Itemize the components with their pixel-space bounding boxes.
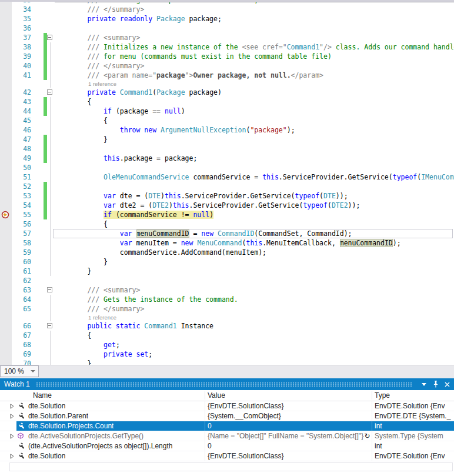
code-text[interactable]: var dte2 = (DTE2)this.ServiceProvider.Ge… [55, 201, 360, 210]
watch-name-cell[interactable]: (dte.ActiveSolutionProjects as object[])… [0, 441, 205, 451]
code-text[interactable]: /// Initializes a new instance of the <s… [55, 42, 454, 52]
watch-column-headers[interactable]: Name Value Type [0, 390, 454, 401]
refresh-icon[interactable]: ↻ [364, 432, 370, 440]
code-line[interactable]: 41 /// <param name="package">Owner packa… [0, 71, 454, 80]
code-text[interactable]: get; [55, 340, 120, 349]
pin-icon[interactable] [430, 380, 440, 389]
code-text[interactable]: { [55, 331, 91, 340]
code-line[interactable]: 69 private set; [0, 349, 454, 359]
code-text[interactable]: /// <summary> [55, 285, 140, 295]
expander-icon[interactable] [10, 404, 14, 409]
code-line[interactable]: 63 /// <summary> [0, 285, 454, 295]
codelens-references[interactable]: 1 reference [88, 80, 116, 88]
code-text[interactable]: this.package = package; [55, 154, 197, 163]
watch-value-cell[interactable]: {EnvDTE.SolutionClass} [205, 451, 372, 461]
code-text[interactable]: var menuItem = new MenuCommand(this.Menu… [55, 238, 401, 248]
code-line[interactable]: 38 /// Initializes a new instance of the… [0, 42, 454, 52]
code-line[interactable]: 57 var menuCommandID = new CommandID(Com… [0, 229, 454, 238]
fold-collapse-icon[interactable] [47, 287, 52, 292]
code-line[interactable]: 49 this.package = package; [0, 154, 454, 163]
code-text[interactable]: /// <summary> [55, 33, 140, 42]
watch-name-cell[interactable]: dte.Solution.Parent [0, 411, 205, 421]
watch-title-bar[interactable]: Watch 1 [0, 378, 454, 390]
breakpoint-arrow-icon[interactable] [1, 211, 9, 219]
code-text[interactable]: } [55, 135, 108, 144]
code-line[interactable]: 42 private Command1(Package package) [0, 88, 454, 97]
watch-new-row[interactable] [9, 462, 453, 471]
code-line[interactable]: 53 var dte = (DTE)this.ServiceProvider.G… [0, 191, 454, 201]
code-text[interactable]: public static Command1 Instance [55, 321, 213, 331]
watch-row[interactable]: dte.Solution{EnvDTE.SolutionClass}EnvDTE… [0, 451, 454, 461]
watch-row[interactable]: dte.ActiveSolutionProjects.GetType(){Nam… [0, 431, 454, 441]
column-header-type[interactable]: Type [372, 391, 454, 400]
code-line[interactable]: 66 public static Command1 Instance [0, 321, 454, 331]
code-text[interactable]: { [55, 116, 108, 125]
code-line[interactable]: 48 [0, 144, 454, 154]
code-line[interactable]: 61 } [0, 267, 454, 276]
codelens-row[interactable]: 1 reference [0, 314, 454, 321]
code-line[interactable]: 67 { [0, 331, 454, 340]
column-header-name[interactable]: Name [0, 391, 205, 400]
code-line[interactable]: 54 var dte2 = (DTE2)this.ServiceProvider… [0, 201, 454, 210]
code-text[interactable]: } [55, 267, 91, 276]
code-text[interactable]: } [55, 359, 91, 365]
code-text[interactable]: { [55, 219, 108, 229]
code-text[interactable]: private set; [55, 349, 152, 359]
code-line[interactable]: 62 [0, 276, 454, 285]
watch-value-cell[interactable]: {System.__ComObject} [205, 411, 372, 421]
watch-name-cell[interactable]: dte.ActiveSolutionProjects.GetType() [0, 431, 205, 441]
code-text[interactable]: /// <param name="package">Owner package,… [55, 71, 323, 80]
code-line[interactable]: 46 throw new ArgumentNullException("pack… [0, 125, 454, 135]
code-text[interactable]: var menuCommandID = new CommandID(Comman… [55, 229, 352, 238]
code-text[interactable]: /// </summary> [55, 304, 144, 314]
code-text[interactable]: private Command1(Package package) [55, 88, 222, 97]
code-text[interactable]: commandService.AddCommand(menuItem); [55, 248, 266, 257]
chevron-down-icon[interactable] [31, 370, 35, 372]
code-line[interactable]: 43 { [0, 97, 454, 106]
code-line[interactable]: 47 } [0, 135, 454, 144]
code-lines[interactable]: 33 /// VS Package that provides this com… [0, 0, 454, 365]
code-line[interactable]: 64 /// Gets the instance of the command. [0, 295, 454, 304]
code-text[interactable]: } [55, 257, 108, 267]
code-line[interactable]: 39 /// for menu (commands must exist in … [0, 52, 454, 61]
code-editor[interactable]: 33 /// VS Package that provides this com… [0, 0, 454, 365]
code-line[interactable]: 37 /// <summary> [0, 33, 454, 42]
fold-collapse-icon[interactable] [47, 35, 52, 40]
code-text[interactable]: /// for menu (commands must exist in the… [55, 52, 332, 61]
codelens-row[interactable]: 1 reference [0, 80, 454, 88]
watch-name-cell[interactable]: dte.Solution [0, 451, 205, 461]
code-text[interactable]: OleMenuCommandService commandService = t… [55, 172, 454, 182]
code-text[interactable]: /// Gets the instance of the command. [55, 295, 238, 304]
breakpoint-indicator[interactable] [1, 211, 9, 219]
watch-value-cell[interactable]: 0 [205, 421, 372, 431]
expander-icon[interactable] [10, 434, 14, 439]
code-line[interactable]: 51 OleMenuCommandService commandService … [0, 172, 454, 182]
codelens-references[interactable]: 1 reference [88, 314, 116, 321]
code-line[interactable]: 34 /// </summary> [0, 5, 454, 14]
code-line[interactable]: 44 if (package == null) [0, 106, 454, 116]
code-text[interactable]: private readonly Package package; [55, 14, 222, 24]
code-line[interactable]: 56 { [0, 219, 454, 229]
expander-icon[interactable] [10, 454, 14, 459]
code-text[interactable]: if (commandService != null) [55, 210, 213, 219]
code-text[interactable]: /// </summary> [55, 5, 144, 14]
zoom-combobox[interactable]: 100 % [0, 365, 39, 377]
code-line[interactable]: 52 [0, 182, 454, 191]
code-line[interactable]: 40 /// </summary> [0, 61, 454, 71]
code-line[interactable]: 35 private readonly Package package; [0, 14, 454, 24]
watch-name-cell[interactable]: dte.Solution.Projects.Count [0, 421, 205, 431]
code-text[interactable]: var dte = (DTE)this.ServiceProvider.GetS… [55, 191, 348, 201]
expander-icon[interactable] [10, 414, 14, 419]
watch-value-cell[interactable]: {Name = "Object[]" FullName = "System.Ob… [205, 431, 372, 441]
watch-value-cell[interactable]: 0 [205, 441, 372, 451]
code-line[interactable]: 59 commandService.AddCommand(menuItem); [0, 248, 454, 257]
window-position-icon[interactable] [419, 380, 429, 389]
code-line[interactable]: 60 } [0, 257, 454, 267]
title-bar-grip[interactable] [36, 382, 413, 387]
code-line[interactable]: 36 [0, 24, 454, 33]
code-line[interactable]: 58 var menuItem = new MenuCommand(this.M… [0, 238, 454, 248]
code-line[interactable]: 50 [0, 163, 454, 172]
column-header-value[interactable]: Value [205, 391, 372, 400]
code-line[interactable]: 45 { [0, 116, 454, 125]
watch-value-cell[interactable]: {EnvDTE.SolutionClass} [205, 401, 372, 411]
